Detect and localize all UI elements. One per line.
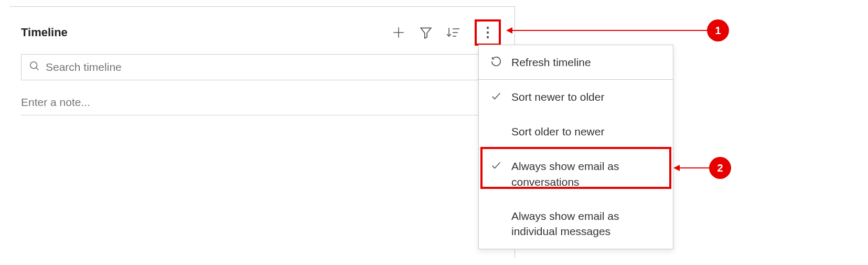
menu-label: Always show email as conversations — [511, 158, 662, 189]
more-vertical-icon — [486, 26, 489, 39]
add-button[interactable] — [391, 25, 406, 40]
toolbar — [391, 19, 501, 46]
search-input[interactable] — [46, 61, 493, 73]
menu-item-email-individual[interactable]: Always show email as individual messages — [479, 199, 673, 249]
annotation-number: 1 — [715, 25, 721, 37]
filter-button[interactable] — [418, 25, 434, 40]
panel-title: Timeline — [21, 26, 68, 39]
search-box[interactable] — [21, 54, 501, 80]
sort-icon — [446, 26, 460, 39]
plus-icon — [392, 26, 405, 39]
checkmark-icon — [489, 160, 503, 171]
menu-label: Sort newer to older — [511, 89, 604, 104]
annotation-line-2 — [679, 167, 711, 168]
more-dropdown: Refresh timeline Sort newer to older Sor… — [478, 45, 673, 249]
search-icon — [29, 60, 40, 74]
svg-point-7 — [487, 27, 489, 29]
menu-label: Refresh timeline — [511, 55, 591, 70]
panel-header: Timeline — [21, 19, 501, 46]
timeline-panel: Timeline — [9, 6, 515, 258]
annotation-line-1 — [511, 30, 710, 31]
menu-item-sort-newer[interactable]: Sort newer to older — [479, 80, 673, 114]
svg-point-10 — [30, 62, 37, 69]
annotation-badge-1: 1 — [707, 19, 729, 41]
dropdown-section-refresh: Refresh timeline — [479, 45, 673, 80]
svg-line-11 — [36, 68, 39, 70]
refresh-icon — [489, 56, 503, 67]
menu-item-sort-older[interactable]: Sort older to newer — [479, 114, 673, 149]
annotation-badge-2: 2 — [709, 157, 731, 179]
svg-marker-2 — [421, 28, 431, 38]
menu-label: Sort older to newer — [511, 124, 604, 139]
dropdown-section-sort: Sort newer to older Sort older to newer — [479, 80, 673, 149]
menu-item-email-conversations[interactable]: Always show email as conversations — [479, 149, 673, 199]
filter-icon — [419, 26, 433, 39]
dropdown-section-email: Always show email as conversations Alway… — [479, 149, 673, 249]
note-input[interactable] — [21, 94, 481, 115]
annotation-number: 2 — [717, 162, 723, 174]
svg-point-8 — [487, 31, 489, 34]
checkmark-icon — [489, 90, 503, 102]
menu-item-refresh[interactable]: Refresh timeline — [479, 45, 673, 79]
sort-button[interactable] — [445, 25, 461, 40]
more-commands-button[interactable] — [475, 19, 501, 46]
menu-label: Always show email as individual messages — [511, 208, 662, 239]
svg-point-9 — [487, 36, 489, 38]
